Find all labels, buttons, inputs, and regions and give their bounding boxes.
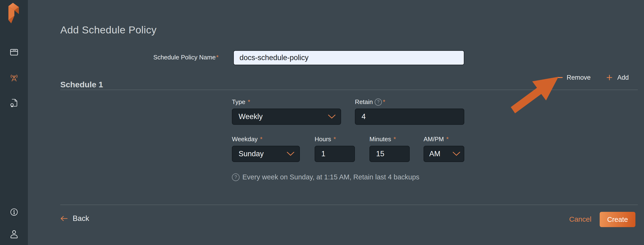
sidebar [0, 0, 28, 245]
help-icon[interactable]: ? [375, 99, 382, 106]
chevron-down-icon [328, 114, 336, 119]
retain-input[interactable]: 4 [355, 109, 464, 125]
remove-label: Remove [566, 74, 590, 81]
add-label: Add [617, 74, 629, 81]
certificate-file-icon[interactable] [0, 98, 28, 107]
brand-ribbon-logo[interactable] [0, 3, 28, 24]
schedule-summary: ? Every week on Sunday, at 1:15 AM, Reta… [232, 173, 420, 181]
help-icon: ? [232, 173, 240, 181]
create-button[interactable]: Create [600, 212, 636, 227]
schedule-actions: Remove Add [557, 72, 629, 83]
footer-divider [60, 205, 638, 205]
schedule-section-title: Schedule 1 [60, 80, 103, 89]
chevron-down-icon [452, 151, 460, 156]
user-icon[interactable] [0, 229, 28, 239]
back-label: Back [73, 214, 89, 223]
weekday-label: Weekday* [232, 135, 262, 143]
minutes-input[interactable]: 15 [370, 146, 410, 162]
required-marker: * [248, 98, 250, 106]
required-marker: * [334, 135, 336, 143]
broadcast-antenna-icon[interactable] [0, 74, 28, 83]
weekday-select[interactable]: Sunday [232, 146, 300, 162]
schedule-policy-name-input[interactable] [233, 50, 464, 65]
retain-value: 4 [362, 112, 366, 121]
ampm-label: AM/PM* [424, 135, 448, 143]
hours-value: 1 [321, 150, 325, 158]
minus-icon [557, 77, 563, 78]
type-select[interactable]: Weekly [232, 109, 341, 125]
required-marker: * [394, 135, 396, 143]
schedule-policy-name-label: Schedule Policy Name* [60, 54, 218, 61]
retain-label: Retain ? * [355, 98, 385, 106]
weekday-value: Sunday [238, 150, 264, 158]
hours-input[interactable]: 1 [314, 146, 355, 162]
minutes-label: Minutes* [370, 135, 396, 143]
required-marker: * [260, 135, 262, 143]
summary-text: Every week on Sunday, at 1:15 AM, Retain… [242, 173, 420, 181]
section-divider [60, 90, 638, 90]
chevron-down-icon [286, 151, 294, 156]
ampm-select[interactable]: AM [424, 146, 464, 162]
add-schedule-button[interactable]: Add [606, 74, 629, 81]
required-marker: * [216, 54, 218, 61]
plus-icon [606, 74, 612, 81]
add-schedule-policy-page: Add Schedule Policy Schedule Policy Name… [0, 0, 644, 245]
required-marker: * [446, 135, 448, 143]
app-window-icon[interactable] [0, 49, 28, 56]
back-button[interactable]: Back [60, 214, 89, 223]
type-value: Weekly [238, 112, 263, 121]
ampm-value: AM [429, 150, 440, 158]
required-marker: * [383, 98, 385, 106]
cancel-button[interactable]: Cancel [569, 215, 591, 223]
page-title: Add Schedule Policy [60, 24, 156, 36]
remove-schedule-button[interactable]: Remove [557, 74, 590, 81]
minutes-value: 15 [376, 150, 384, 158]
hours-label: Hours* [314, 135, 336, 143]
type-label: Type* [232, 98, 250, 106]
arrow-left-icon [60, 216, 68, 221]
info-icon[interactable] [0, 207, 28, 217]
